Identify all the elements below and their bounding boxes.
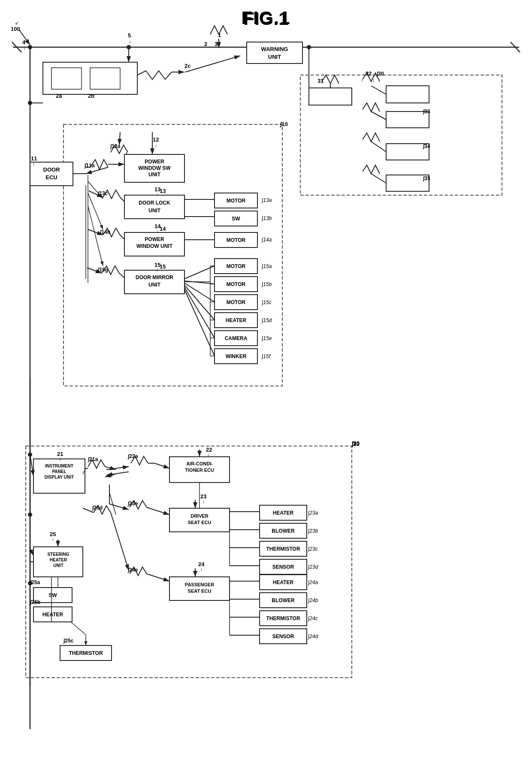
svg-rect-150	[260, 541, 307, 556]
svg-text:∫33: ∫33	[423, 109, 430, 115]
svg-text:5: 5	[128, 32, 131, 39]
svg-line-256	[109, 492, 116, 515]
svg-rect-23	[309, 88, 352, 105]
svg-text:POWER: POWER	[145, 159, 164, 165]
svg-text:HEATER: HEATER	[273, 510, 294, 516]
svg-text:↓: ↓	[372, 77, 375, 82]
svg-text:∫15c: ∫15c	[261, 299, 272, 305]
svg-text:1: 1	[218, 32, 221, 38]
svg-text:ECU: ECU	[45, 174, 57, 181]
svg-text:∫20: ∫20	[351, 441, 360, 447]
svg-rect-91	[215, 277, 257, 292]
svg-rect-13	[51, 68, 82, 89]
svg-text:21: 21	[57, 451, 63, 457]
svg-text:2b: 2b	[88, 93, 94, 99]
svg-text:∫11a: ∫11a	[84, 163, 95, 169]
svg-text:∫15g: ∫15g	[97, 267, 108, 273]
svg-rect-27	[386, 112, 429, 128]
svg-point-7	[28, 45, 32, 49]
svg-line-43	[86, 167, 108, 174]
svg-rect-22	[300, 75, 502, 195]
svg-rect-59	[215, 211, 257, 226]
svg-text:13: 13	[154, 186, 160, 193]
svg-point-8	[127, 45, 131, 49]
svg-text:HEATER: HEATER	[50, 558, 67, 562]
svg-text:HEATER: HEATER	[226, 317, 247, 323]
svg-rect-93	[215, 295, 257, 310]
svg-text:∫30: ∫30	[376, 71, 384, 77]
svg-text:↓: ↓	[361, 77, 363, 82]
svg-text:∫25c: ∫25c	[63, 638, 74, 644]
svg-text:UNIT: UNIT	[148, 282, 161, 288]
svg-text:∫15f: ∫15f	[261, 353, 271, 359]
svg-text:MOTOR: MOTOR	[227, 299, 246, 305]
svg-line-251	[83, 468, 86, 474]
svg-text:BLOWER: BLOWER	[272, 597, 295, 603]
svg-text:14: 14	[154, 223, 161, 229]
svg-text:∫14a: ∫14a	[261, 237, 272, 243]
svg-text:∫13b: ∫13b	[261, 215, 272, 221]
svg-rect-183	[260, 629, 307, 644]
svg-text:22: 22	[206, 446, 212, 453]
svg-text:MOTOR: MOTOR	[227, 198, 246, 204]
svg-line-5	[511, 42, 520, 52]
svg-text:4: 4	[22, 39, 26, 45]
svg-line-130	[105, 474, 116, 477]
svg-rect-51	[124, 195, 184, 219]
svg-point-34	[28, 101, 32, 105]
svg-rect-70	[124, 270, 184, 294]
svg-text:MOTOR: MOTOR	[227, 263, 246, 269]
svg-rect-67	[215, 232, 257, 247]
svg-text:∫23a: ∫23a	[308, 510, 318, 516]
svg-text:↓: ↓	[24, 45, 26, 50]
svg-line-74	[87, 268, 102, 273]
svg-line-201	[71, 622, 86, 635]
svg-rect-124	[33, 459, 85, 493]
svg-text:3: 3	[215, 41, 218, 47]
svg-text:∫15e: ∫15e	[261, 335, 272, 341]
svg-text:SEAT ECU: SEAT ECU	[188, 588, 212, 594]
svg-text:2a: 2a	[56, 93, 62, 99]
svg-point-123	[28, 581, 32, 585]
svg-text:DOOR MIRROR: DOOR MIRROR	[136, 274, 173, 280]
svg-line-75	[184, 266, 215, 279]
svg-text:↓: ↓	[33, 161, 35, 166]
svg-line-253	[106, 472, 129, 475]
svg-text:SEAT ECU: SEAT ECU	[188, 520, 212, 525]
svg-rect-161	[33, 547, 83, 577]
svg-line-169	[147, 574, 169, 581]
svg-line-66	[88, 229, 103, 235]
svg-rect-140	[169, 508, 230, 532]
svg-text:↓: ↓	[200, 566, 203, 571]
svg-line-129	[105, 467, 116, 470]
svg-text:BLOWER: BLOWER	[272, 528, 295, 534]
svg-text:POWER: POWER	[145, 236, 164, 242]
svg-text:TIONER ECU: TIONER ECU	[185, 467, 214, 473]
svg-text:UNIT: UNIT	[148, 172, 161, 178]
svg-rect-62	[124, 232, 184, 256]
svg-line-55	[89, 191, 103, 197]
svg-text:↓: ↓	[203, 498, 205, 504]
svg-line-249	[30, 455, 33, 476]
svg-text:↓: ↓	[52, 536, 54, 541]
svg-text:↓: ↓	[156, 228, 159, 233]
svg-text:UNIT: UNIT	[53, 563, 63, 568]
svg-text:∫24b: ∫24b	[308, 597, 318, 603]
svg-rect-193	[33, 607, 72, 622]
svg-text:↓: ↓	[155, 143, 157, 148]
svg-rect-14	[90, 68, 120, 89]
svg-text:25: 25	[50, 531, 56, 537]
svg-text:PASSENGER: PASSENGER	[185, 582, 214, 587]
svg-text:AIR-CONDI-: AIR-CONDI-	[186, 461, 213, 466]
svg-text:SW: SW	[232, 216, 240, 222]
svg-text:∫23c: ∫23c	[308, 546, 318, 552]
svg-text:↓: ↓	[156, 267, 159, 272]
svg-line-26	[371, 86, 386, 94]
svg-text:32: 32	[366, 70, 372, 77]
svg-text:UNIT: UNIT	[268, 54, 281, 60]
svg-text:∫14b: ∫14b	[100, 229, 110, 235]
svg-rect-36	[63, 124, 282, 386]
svg-line-73	[119, 273, 124, 278]
svg-rect-99	[215, 349, 257, 364]
svg-line-138	[109, 504, 129, 510]
